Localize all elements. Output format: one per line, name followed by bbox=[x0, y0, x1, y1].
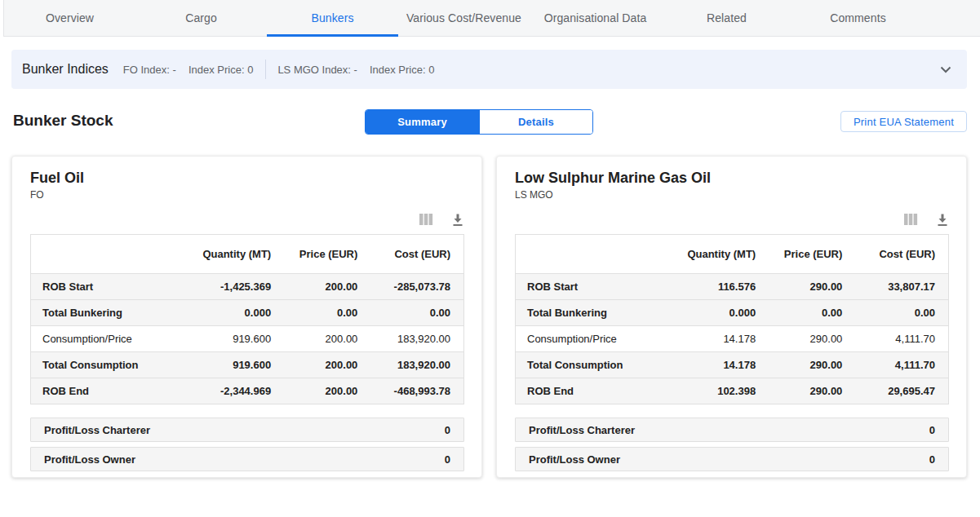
row-price: 200.00 bbox=[277, 326, 364, 352]
download-icon[interactable] bbox=[936, 213, 949, 227]
row-cost: -285,073.78 bbox=[364, 274, 463, 300]
row-cost: -468,993.78 bbox=[364, 378, 463, 404]
column-header-cost: Cost (EUR) bbox=[849, 235, 948, 274]
fuel-oil-card: Fuel Oil FO Quanti bbox=[11, 156, 482, 478]
row-quantity: 919.600 bbox=[161, 352, 277, 378]
profit-loss-row: Profit/Loss Owner 0 bbox=[515, 447, 949, 471]
profit-loss-list: Profit/Loss Charterer 0 Profit/Loss Owne… bbox=[515, 418, 949, 471]
row-quantity: 919.600 bbox=[161, 326, 277, 352]
row-label: Total Consumption bbox=[31, 352, 161, 378]
table-row: ROB Start 116.576 290.00 33,807.17 bbox=[516, 274, 949, 300]
row-cost: 0.00 bbox=[364, 300, 463, 326]
row-price: 200.00 bbox=[277, 352, 364, 378]
profit-loss-label: Profit/Loss Owner bbox=[529, 453, 620, 466]
tab-label: Organisational Data bbox=[544, 11, 647, 24]
tab-item[interactable]: Bunkers bbox=[267, 0, 398, 36]
column-header-price: Price (EUR) bbox=[762, 235, 849, 274]
row-price: 0.00 bbox=[762, 300, 849, 326]
row-quantity: 14.178 bbox=[645, 352, 762, 378]
row-quantity: 116.576 bbox=[645, 274, 762, 300]
row-price: 200.00 bbox=[277, 274, 364, 300]
bunker-stock-header: Bunker Stock Summary Details Print EUA S… bbox=[13, 109, 967, 135]
print-eua-statement-button[interactable]: Print EUA Statement bbox=[840, 111, 967, 132]
row-price: 0.00 bbox=[277, 300, 364, 326]
card-title: Fuel Oil bbox=[30, 170, 464, 187]
page-title: Bunker Stock bbox=[13, 112, 113, 130]
profit-loss-row: Profit/Loss Charterer 0 bbox=[30, 418, 464, 442]
row-price: 290.00 bbox=[762, 378, 849, 404]
view-columns-icon[interactable] bbox=[419, 213, 433, 226]
row-price: 200.00 bbox=[277, 378, 364, 404]
chevron-down-icon[interactable] bbox=[936, 60, 956, 79]
tab-item[interactable]: Overview bbox=[4, 0, 135, 36]
profit-loss-value: 0 bbox=[445, 424, 450, 436]
card-toolbar bbox=[30, 211, 464, 228]
row-cost: 183,920.00 bbox=[364, 326, 463, 352]
tab-item[interactable]: Various Cost/Revenue bbox=[398, 0, 530, 36]
column-header-quantity: Quantity (MT) bbox=[645, 235, 762, 274]
download-icon[interactable] bbox=[451, 213, 464, 227]
row-cost: 0.00 bbox=[849, 300, 948, 326]
fo-index-price-value: Index Price: 0 bbox=[188, 64, 254, 76]
tab-item[interactable]: Organisational Data bbox=[530, 0, 661, 36]
tab-label: Overview bbox=[46, 11, 94, 24]
row-cost: 4,111.70 bbox=[849, 326, 948, 352]
row-price: 290.00 bbox=[762, 326, 849, 352]
top-tab-bar: Overview Cargo Bunkers Various Cost/Reve… bbox=[3, 0, 980, 37]
column-header-price: Price (EUR) bbox=[277, 235, 364, 274]
profit-loss-value: 0 bbox=[445, 453, 450, 466]
tab-label: Related bbox=[707, 11, 747, 24]
tab-item[interactable]: Related bbox=[661, 0, 792, 36]
row-quantity: 102.398 bbox=[645, 378, 762, 404]
table-row: ROB Start -1,425.369 200.00 -285,073.78 bbox=[31, 274, 464, 300]
card-subtitle: LS MGO bbox=[515, 189, 949, 201]
bunker-indices-bar: Bunker Indices FO Index: - Index Price: … bbox=[11, 50, 967, 89]
row-label: ROB Start bbox=[516, 274, 645, 300]
column-header-empty bbox=[516, 235, 645, 274]
column-header-empty bbox=[31, 235, 161, 274]
table-header-row: Quantity (MT) Price (EUR) Cost (EUR) bbox=[516, 235, 949, 274]
table-row: Consumption/Price 919.600 200.00 183,920… bbox=[31, 326, 464, 352]
ls-mgo-card: Low Sulphur Marine Gas Oil LS MGO bbox=[496, 156, 967, 478]
tab-label: Cargo bbox=[185, 11, 217, 24]
indices-divider bbox=[265, 60, 266, 79]
profit-loss-label: Profit/Loss Charterer bbox=[529, 424, 635, 436]
row-label: Consumption/Price bbox=[31, 326, 161, 352]
profit-loss-value: 0 bbox=[929, 424, 935, 436]
column-header-cost: Cost (EUR) bbox=[364, 235, 463, 274]
profit-loss-list: Profit/Loss Charterer 0 Profit/Loss Owne… bbox=[30, 418, 464, 471]
summary-toggle-button[interactable]: Summary bbox=[366, 110, 479, 134]
tab-item[interactable]: Cargo bbox=[135, 0, 267, 36]
table-row: Consumption/Price 14.178 290.00 4,111.70 bbox=[516, 326, 949, 352]
row-label: Total Bunkering bbox=[516, 300, 645, 326]
row-cost: 33,807.17 bbox=[849, 274, 948, 300]
profit-loss-label: Profit/Loss Charterer bbox=[44, 424, 150, 436]
row-label: ROB End bbox=[31, 378, 161, 404]
bunker-stock-table: Quantity (MT) Price (EUR) Cost (EUR) ROB… bbox=[30, 234, 464, 404]
tab-label: Comments bbox=[830, 11, 885, 24]
view-columns-icon[interactable] bbox=[903, 213, 918, 226]
row-label: Total Bunkering bbox=[31, 300, 161, 326]
row-quantity: 0.000 bbox=[161, 300, 277, 326]
profit-loss-row: Profit/Loss Owner 0 bbox=[30, 447, 464, 471]
summary-details-toggle: Summary Details bbox=[365, 109, 593, 135]
tab-label: Various Cost/Revenue bbox=[406, 11, 521, 24]
row-price: 290.00 bbox=[762, 352, 849, 378]
lsmgo-index-price-value: Index Price: 0 bbox=[370, 64, 435, 76]
table-row: Total Consumption 14.178 290.00 4,111.70 bbox=[516, 352, 949, 378]
tab-item[interactable]: Comments bbox=[792, 0, 924, 36]
lsmgo-index-value: LS MGO Index: - bbox=[277, 64, 357, 76]
tab-label: Bunkers bbox=[311, 11, 353, 24]
bunker-indices-title: Bunker Indices bbox=[22, 62, 109, 77]
table-row: ROB End -2,344.969 200.00 -468,993.78 bbox=[31, 378, 464, 404]
bunker-stock-table: Quantity (MT) Price (EUR) Cost (EUR) ROB… bbox=[515, 234, 949, 404]
details-toggle-button[interactable]: Details bbox=[479, 110, 592, 134]
row-label: Consumption/Price bbox=[516, 326, 645, 352]
row-price: 290.00 bbox=[762, 274, 849, 300]
row-quantity: 0.000 bbox=[645, 300, 762, 326]
bunker-stock-cards: Fuel Oil FO Quanti bbox=[11, 156, 967, 478]
profit-loss-row: Profit/Loss Charterer 0 bbox=[515, 418, 949, 442]
row-quantity: 14.178 bbox=[645, 326, 762, 352]
card-subtitle: FO bbox=[30, 189, 464, 201]
row-label: Total Consumption bbox=[516, 352, 645, 378]
